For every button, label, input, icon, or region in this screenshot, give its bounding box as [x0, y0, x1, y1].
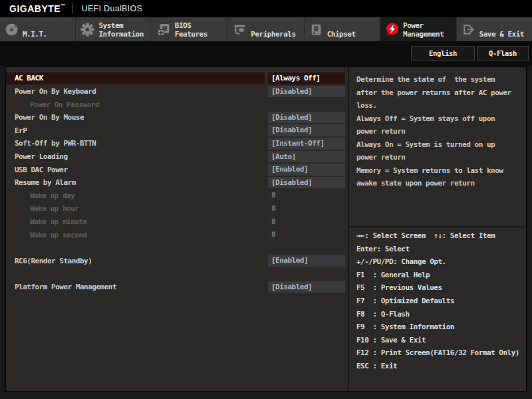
setting-row-usb-dac-power[interactable]: USB DAC Power[Enabled] — [6, 163, 348, 176]
setting-label: USB DAC Power — [15, 166, 68, 174]
setting-row-wake-up-day: Wake up day0 — [6, 189, 348, 202]
setting-row-rc6-render-standby[interactable]: RC6(Render Standby)[Enabled] — [6, 254, 348, 267]
tab-power-management[interactable]: Power Management — [380, 17, 456, 41]
hotkey-line: F5 : Previous Values — [356, 281, 522, 295]
tab-save-exit[interactable]: Save & Exit — [456, 17, 532, 41]
setting-label: Power On Password — [30, 100, 99, 109]
tab-chipset[interactable]: Chipset — [304, 17, 380, 41]
settings-list: AC BACK[Always Off]Power On By Keyboard[… — [6, 67, 348, 391]
qflash-button[interactable]: Q-Flash — [477, 46, 529, 61]
setting-label: Power Loading — [15, 152, 68, 161]
setting-label-zone: Power On Password — [6, 98, 265, 111]
setting-label-zone: Wake up second — [6, 229, 265, 241]
save-exit-door-icon — [462, 23, 475, 37]
help-line: Determine the state of the system — [356, 73, 522, 86]
setting-value[interactable]: [Enabled] — [268, 164, 345, 176]
setting-value: 0 — [271, 202, 275, 215]
gigabyte-logo: GIGABYTE™ — [9, 3, 66, 14]
tab-peripherals[interactable]: Peripherals — [227, 17, 303, 41]
row-spacer — [6, 267, 348, 281]
setting-label-zone: Soft-Off by PWR-BTTN — [6, 137, 265, 150]
setting-label-zone: Platform Power Management — [6, 281, 265, 293]
hotkey-line: →←: Select Screen ↑↓: Select Item — [356, 229, 522, 243]
setting-value[interactable]: [Disabled] — [268, 177, 345, 189]
setting-label: Wake up second — [30, 231, 87, 239]
setting-label: Power On By Keyboard — [15, 87, 96, 96]
setting-row-power-on-by-keyboard[interactable]: Power On By Keyboard[Disabled] — [6, 85, 348, 98]
setting-value[interactable]: [Disabled] — [268, 112, 345, 124]
setting-row-power-loading[interactable]: Power Loading[Auto] — [6, 150, 348, 164]
bios-features-chip-plus-icon — [157, 23, 171, 37]
chipset-chip-icon — [309, 23, 323, 37]
product-title: UEFI DualBIOS — [82, 4, 142, 13]
header-divider — [72, 3, 73, 14]
setting-value: 0 — [271, 228, 275, 241]
setting-row-ac-back[interactable]: AC BACK[Always Off] — [6, 72, 348, 85]
trademark-symbol: ™ — [61, 3, 66, 8]
tab-label: M.I.T. — [23, 30, 47, 41]
help-line: loss. — [356, 99, 522, 112]
hotkey-line: F7 : Optimized Defaults — [356, 295, 522, 308]
setting-row-erp[interactable]: ErP[Disabled] — [6, 124, 348, 137]
language-button[interactable]: English — [411, 46, 475, 61]
tab-system-information[interactable]: System Information — [75, 17, 151, 41]
hotkey-line: ESC : Exit — [356, 360, 522, 373]
setting-row-platform-power-management[interactable]: Platform Power Management[Disabled] — [6, 281, 348, 294]
setting-label: Soft-Off by PWR-BTTN — [15, 139, 96, 148]
tab-m-i-t[interactable]: M.I.T. — [0, 17, 75, 41]
tab-bar: M.I.T.System InformationBIOS FeaturesPer… — [0, 17, 532, 41]
help-line: Always On = System is turned on up — [356, 138, 522, 152]
uefi-bios-screen: GIGABYTE™ UEFI DualBIOS M.I.T.System Inf… — [0, 0, 532, 399]
setting-row-power-on-password: Power On Password — [6, 98, 348, 111]
setting-value[interactable]: [Always Off] — [268, 72, 345, 84]
setting-value[interactable]: [Disabled] — [268, 86, 345, 98]
hotkey-line: F1 : General Help — [356, 269, 522, 282]
setting-value[interactable]: [Disabled] — [268, 281, 345, 293]
brand-text: GIGABYTE — [9, 3, 61, 14]
setting-row-soft-off-by-pwr-bttn[interactable]: Soft-Off by PWR-BTTN[Instant-Off] — [6, 137, 348, 150]
setting-label: Wake up hour — [30, 204, 78, 213]
setting-label-zone: AC BACK — [6, 72, 265, 85]
setting-value: 0 — [271, 215, 275, 229]
setting-row-power-on-by-mouse[interactable]: Power On By Mouse[Disabled] — [6, 111, 348, 124]
setting-value[interactable]: [Disabled] — [268, 124, 345, 136]
help-line: power return — [356, 151, 522, 164]
help-line: awake state upon power return — [356, 177, 522, 190]
setting-label-zone: RC6(Render Standby) — [6, 255, 265, 267]
setting-label: RC6(Render Standby) — [15, 257, 92, 265]
mit-dial-icon — [5, 23, 19, 37]
main-panel: AC BACK[Always Off]Power On By Keyboard[… — [5, 66, 527, 392]
setting-value[interactable]: [Auto] — [268, 151, 345, 163]
tab-label: BIOS Features — [175, 21, 207, 41]
help-sidebar: Determine the state of the systemafter t… — [349, 67, 526, 391]
hotkey-line: +/-/PU/PD: Change Opt. — [356, 255, 522, 269]
setting-value[interactable]: [Enabled] — [268, 255, 345, 267]
setting-label-zone: Resume by Alarm — [6, 176, 265, 189]
tab-bios-features[interactable]: BIOS Features — [152, 17, 227, 41]
help-line: after the power returns after AC power — [356, 86, 522, 100]
hotkey-line: F8 : Q-Flash — [356, 308, 522, 321]
header-bar: GIGABYTE™ UEFI DualBIOS — [0, 0, 532, 17]
setting-row-resume-by-alarm[interactable]: Resume by Alarm[Disabled] — [6, 176, 348, 190]
setting-label: Wake up day — [30, 192, 74, 200]
row-spacer — [6, 241, 348, 255]
help-line: Always Off = System stays off upon — [356, 112, 522, 126]
hotkey-line: F9 : System Information — [356, 321, 522, 334]
tab-label: System Information — [98, 21, 143, 41]
setting-label-zone: Power On By Keyboard — [6, 85, 265, 98]
setting-label-zone: Power Loading — [6, 150, 265, 163]
setting-label: Power On By Mouse — [15, 113, 84, 122]
setting-row-wake-up-hour: Wake up hour0 — [6, 202, 348, 215]
setting-row-wake-up-minute: Wake up minute0 — [6, 215, 348, 229]
setting-label: AC BACK — [15, 74, 43, 82]
tab-label: Peripherals — [251, 30, 295, 41]
setting-label-zone: ErP — [6, 124, 265, 137]
hotkey-line: F10 : Save & Exit — [356, 334, 522, 347]
hotkey-list: →←: Select Screen ↑↓: Select ItemEnter: … — [356, 229, 522, 373]
setting-row-wake-up-second: Wake up second0 — [6, 228, 348, 241]
sidebar-divider — [349, 226, 526, 227]
setting-value[interactable]: [Instant-Off] — [268, 138, 345, 150]
sub-bar: English Q-Flash — [0, 41, 532, 66]
setting-label: Resume by Alarm — [15, 178, 76, 187]
setting-label: ErP — [15, 126, 27, 135]
